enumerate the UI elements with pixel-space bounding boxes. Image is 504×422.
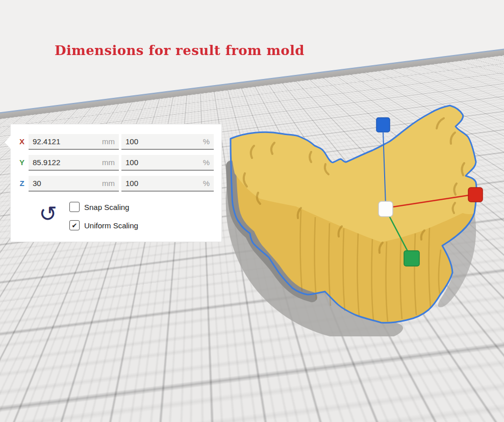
reset-icon: ↺ bbox=[39, 201, 57, 226]
panel-pointer-arrow bbox=[5, 136, 11, 149]
gizmo-x-handle[interactable] bbox=[468, 188, 483, 202]
cube-top-view-icon bbox=[51, 400, 67, 416]
scale-row-y: Y mm % bbox=[11, 155, 221, 171]
x-size-field[interactable]: mm bbox=[29, 134, 119, 150]
view-left-button[interactable] bbox=[71, 400, 87, 416]
object-list-header[interactable]: Object list bbox=[31, 347, 81, 356]
page-title: Dimensions for result from mold bbox=[55, 43, 305, 58]
stl-text-line bbox=[160, 310, 178, 313]
z-percent-field[interactable]: % bbox=[121, 176, 214, 192]
scale-row-x: X mm % bbox=[11, 134, 221, 150]
snap-scaling-label: Snap Scaling bbox=[84, 203, 129, 212]
check-icon: ✔ bbox=[72, 222, 78, 229]
cube-left-view-icon bbox=[71, 400, 87, 416]
chevron-up-icon bbox=[31, 349, 40, 355]
gizmo-y-handle[interactable] bbox=[404, 251, 419, 266]
view-front-button[interactable] bbox=[31, 400, 47, 416]
uniform-scaling-checkbox[interactable]: ✔ bbox=[69, 220, 80, 230]
snap-scaling-row: Snap Scaling bbox=[69, 202, 129, 212]
z-percent-input[interactable] bbox=[125, 179, 201, 188]
object-list-item[interactable]: STL00678-4 result from mold bbox=[12, 363, 132, 376]
view-top-button[interactable] bbox=[51, 400, 67, 416]
cube-3d-view-icon bbox=[11, 400, 28, 416]
uniform-scaling-row: ✔ Uniform Scaling bbox=[69, 220, 138, 230]
stl-text-line bbox=[160, 316, 178, 320]
gizmo-center-handle[interactable] bbox=[379, 201, 393, 217]
y-size-field[interactable]: mm bbox=[29, 155, 119, 171]
model-3d-butterfly-mold[interactable] bbox=[224, 97, 495, 336]
stl-badge-text: STL bbox=[152, 290, 166, 299]
stl-file-icon: STL bbox=[144, 274, 193, 325]
camera-view-toolbar bbox=[11, 400, 107, 416]
y-percent-unit: % bbox=[203, 158, 210, 167]
x-size-unit: mm bbox=[102, 137, 115, 146]
model-dimensions-readout: 92.4 x 85.9 x 30.0 mm bbox=[9, 383, 82, 391]
pencil-icon bbox=[12, 363, 29, 376]
x-percent-unit: % bbox=[203, 137, 210, 146]
axis-x-label: X bbox=[18, 137, 26, 146]
snap-scaling-checkbox[interactable] bbox=[69, 202, 80, 212]
scale-tool-panel: X mm % Y mm % Z mm bbox=[10, 124, 222, 242]
object-list-title: Object list bbox=[47, 347, 81, 356]
x-percent-field[interactable]: % bbox=[121, 134, 214, 150]
y-size-input[interactable] bbox=[33, 158, 100, 167]
axis-z-label: Z bbox=[18, 179, 26, 188]
stl-text-line bbox=[160, 304, 178, 307]
cube-front-view-icon bbox=[31, 400, 47, 416]
gizmo-z-handle[interactable] bbox=[376, 118, 390, 132]
z-size-unit: mm bbox=[102, 179, 115, 188]
axis-y-label: Y bbox=[18, 158, 26, 167]
z-percent-unit: % bbox=[203, 179, 210, 188]
scale-row-z: Z mm % bbox=[11, 176, 221, 192]
z-size-field[interactable]: mm bbox=[29, 176, 119, 192]
cura-viewport[interactable]: Dimensions for result from mold X mm % Y… bbox=[0, 0, 504, 422]
cube-right-view-icon bbox=[91, 400, 107, 416]
z-size-input[interactable] bbox=[33, 179, 100, 188]
object-list-item-name: STL00678-4 result from mold bbox=[33, 365, 132, 374]
y-percent-input[interactable] bbox=[125, 158, 201, 167]
y-size-unit: mm bbox=[102, 158, 115, 167]
reset-scale-button[interactable]: ↺ bbox=[35, 200, 61, 228]
x-size-input[interactable] bbox=[33, 137, 100, 146]
view-right-button[interactable] bbox=[91, 400, 107, 416]
x-percent-input[interactable] bbox=[125, 137, 201, 146]
stl-file-icon-card: STL bbox=[144, 274, 193, 325]
view-3d-button[interactable] bbox=[11, 400, 28, 416]
y-percent-field[interactable]: % bbox=[121, 155, 214, 171]
uniform-scaling-label: Uniform Scaling bbox=[84, 221, 138, 230]
